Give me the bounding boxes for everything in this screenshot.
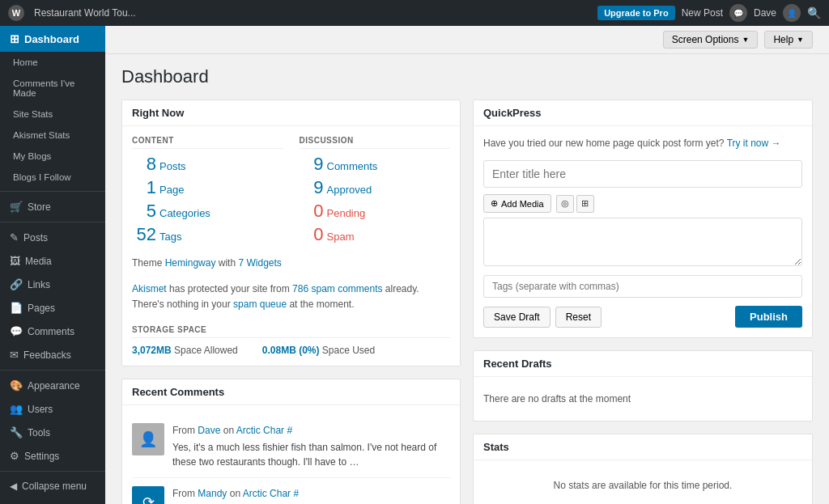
user-avatar[interactable]: 👤 <box>783 4 801 22</box>
sidebar-users-label: Users <box>28 404 53 415</box>
sidebar-item-comments-made[interactable]: Comments I've Made <box>0 73 105 104</box>
sidebar-my-blogs-label: My Blogs <box>13 151 51 161</box>
qp-promo-link[interactable]: Try it now → <box>727 138 781 149</box>
comment2-author-link[interactable]: Mandy <box>198 488 227 499</box>
sidebar-item-comments[interactable]: 💬 Comments <box>0 320 105 343</box>
sidebar-item-dashboard[interactable]: ⊞ Dashboard <box>0 26 105 52</box>
editor-icon-1[interactable]: ◎ <box>556 195 574 213</box>
discussion-label: DISCUSSION <box>300 136 451 149</box>
sidebar-item-links[interactable]: 🔗 Links <box>0 273 105 296</box>
comment2-post-link[interactable]: Arctic Char # <box>243 488 299 499</box>
tools-icon: 🔧 <box>10 426 23 438</box>
search-icon[interactable]: 🔍 <box>807 6 821 19</box>
stats-box: Stats No stats are available for this ti… <box>473 434 813 504</box>
content-label: CONTENT <box>132 136 283 149</box>
recent-drafts-box: Recent Drafts There are no drafts at the… <box>473 350 813 421</box>
spam-link[interactable]: Spam <box>327 231 355 243</box>
spam-count: 0 <box>300 224 324 245</box>
notification-icon[interactable]: 💬 <box>729 4 747 22</box>
comment1-post-link[interactable]: Arctic Char # <box>236 425 292 436</box>
store-icon: 🛒 <box>10 201 23 213</box>
sidebar-links-label: Links <box>28 279 50 290</box>
sidebar-item-my-blogs[interactable]: My Blogs <box>0 146 105 167</box>
tags-link[interactable]: Tags <box>159 231 181 243</box>
sidebar-collapse-menu[interactable]: ◀ Collapse menu <box>0 475 105 498</box>
qp-tags-input[interactable] <box>483 275 802 298</box>
help-button[interactable]: Help ▼ <box>764 31 813 49</box>
sidebar-item-pages[interactable]: 📄 Pages <box>0 296 105 320</box>
appearance-icon: 🎨 <box>10 379 23 392</box>
help-label: Help <box>773 34 793 45</box>
sidebar-comments-label: Comments I've Made <box>13 78 96 98</box>
akismet-link[interactable]: Akismet <box>132 283 167 294</box>
screen-options-arrow: ▼ <box>742 36 749 44</box>
publish-button[interactable]: Publish <box>735 306 802 328</box>
sidebar-item-site-stats[interactable]: Site Stats <box>0 104 105 125</box>
comment1-text: Yes, it's a much less fishier fish than … <box>172 440 450 469</box>
categories-link[interactable]: Categories <box>159 207 210 219</box>
reset-button[interactable]: Reset <box>555 307 602 328</box>
comment2-body: From Mandy on Arctic Char # I agree arct… <box>172 486 441 504</box>
screen-options-label: Screen Options <box>672 34 739 45</box>
comments-icon: 💬 <box>10 325 23 337</box>
sidebar-item-home[interactable]: Home <box>0 52 105 73</box>
users-icon: 👥 <box>10 403 23 415</box>
comment1-avatar: 👤 <box>132 423 164 455</box>
save-draft-button[interactable]: Save Draft <box>483 307 551 328</box>
add-media-button[interactable]: ⊕ Add Media <box>483 194 551 213</box>
sidebar-site-stats-label: Site Stats <box>13 109 53 119</box>
sidebar-item-akismet[interactable]: Akismet Stats <box>0 125 105 146</box>
sidebar-item-tools[interactable]: 🔧 Tools <box>0 421 105 444</box>
comment-item: 👤 From Dave on Arctic Char # <box>132 415 450 478</box>
sidebar-store-label: Store <box>28 201 51 213</box>
wp-logo-icon: W <box>8 5 24 21</box>
comments-count: 9 <box>300 154 324 175</box>
stats-heading: Stats <box>474 434 812 460</box>
pages-link[interactable]: Page <box>159 184 184 196</box>
sidebar-item-settings[interactable]: ⚙ Settings <box>0 444 105 468</box>
sidebar-posts-label: Posts <box>23 232 48 244</box>
sidebar-item-appearance[interactable]: 🎨 Appearance <box>0 374 105 397</box>
sidebar-item-users[interactable]: 👥 Users <box>0 397 105 421</box>
tags-count: 52 <box>132 224 156 245</box>
comment2-avatar: ⟳ <box>132 486 164 504</box>
media-icon: 🖼 <box>10 255 20 267</box>
upgrade-button[interactable]: Upgrade to Pro <box>597 6 674 20</box>
sidebar-item-store[interactable]: 🛒 Store <box>0 195 105 218</box>
recent-comments-box: Recent Comments 👤 From D <box>121 379 461 504</box>
screen-options-button[interactable]: Screen Options ▼ <box>663 31 759 49</box>
pending-link[interactable]: Pending <box>327 207 366 219</box>
sidebar-dashboard-label: Dashboard <box>24 33 79 45</box>
sidebar-pages-label: Pages <box>28 303 55 314</box>
akismet-line: Akismet has protected your site from 786… <box>132 282 450 312</box>
qp-title-input[interactable] <box>483 160 802 188</box>
collapse-icon: ◀ <box>10 481 17 492</box>
editor-icon-2[interactable]: ⊞ <box>576 195 594 213</box>
sidebar-blogs-follow-label: Blogs I Follow <box>13 172 71 182</box>
comments-link[interactable]: Comments <box>327 160 378 172</box>
sidebar: ⊞ Dashboard Home Comments I've Made Site… <box>0 26 105 504</box>
sidebar-collapse-label: Collapse menu <box>22 481 87 492</box>
qp-promo: Have you tried our new home page quick p… <box>483 136 802 150</box>
qp-content-textarea[interactable] <box>483 218 802 266</box>
comment1-author-link[interactable]: Dave <box>198 425 220 436</box>
widgets-link[interactable]: 7 Widgets <box>238 257 281 269</box>
new-post-button[interactable]: New Post <box>682 7 723 19</box>
sidebar-item-media[interactable]: 🖼 Media <box>0 249 105 273</box>
sidebar-item-posts[interactable]: ✎ Posts <box>0 226 105 249</box>
pages-count: 1 <box>132 177 156 198</box>
recent-comments-heading: Recent Comments <box>122 379 460 405</box>
help-arrow: ▼ <box>797 36 804 44</box>
spam-count-link[interactable]: 786 spam comments <box>292 283 382 294</box>
no-drafts-msg: There are no drafts at the moment <box>483 387 802 411</box>
storage-used: 0.08MB (0%) Space Used <box>262 345 375 356</box>
spam-queue-link[interactable]: spam queue <box>233 299 287 310</box>
approved-link[interactable]: Approved <box>327 184 372 196</box>
sidebar-item-blogs-follow[interactable]: Blogs I Follow <box>0 167 105 188</box>
user-name[interactable]: Dave <box>754 7 776 19</box>
links-icon: 🔗 <box>10 278 23 290</box>
site-name[interactable]: Restaurant World Tou... <box>34 7 136 19</box>
theme-name-link[interactable]: Hemingway <box>165 257 216 269</box>
sidebar-item-feedbacks[interactable]: ✉ Feedbacks <box>0 343 105 366</box>
posts-link[interactable]: Posts <box>159 160 186 172</box>
